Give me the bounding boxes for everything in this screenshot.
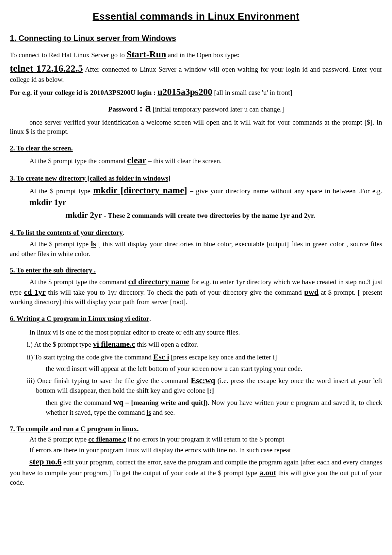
s2-body: At the $ prompt type the command clear –… [10,154,382,166]
s3-line2: mkdir 2yr - These 2 commands will create… [10,209,382,221]
s1-line2: telnet 172.16.22.5 After connected to Li… [10,62,382,84]
s5-body: At the $ prompt type the command cd dire… [10,276,382,307]
text: - These 2 commands will create two direc… [102,212,315,219]
section-2-heading: 2. To clear the screen. [10,144,382,153]
cmd-pwd: pwd [304,288,318,296]
section-4-heading: 4. To list the contents of your director… [10,229,123,236]
text: [all in small case 'u' in front] [212,89,292,96]
section-7-heading: 7. To compile and run a C program in lin… [10,424,382,433]
text: i.) At the $ prompt type [27,340,93,348]
dot: . [149,315,151,322]
text: At the $ prompt type [29,187,93,195]
text: if no errors in your program it will ret… [126,435,285,443]
step-no-6: step no.6 [29,457,61,466]
login-id: u2015a3ps200 [157,87,212,97]
s6-item-ii: ii) To start typing the code give the co… [10,352,382,362]
password-value: a [145,101,151,114]
section-6-heading-row: 6. Writing a C program in Linux using vi… [10,314,382,323]
s1-line4: once server verified your identification… [10,118,382,136]
s7-line2: If errors are there in your program linu… [10,445,382,455]
text: this will open a editor. [135,340,198,348]
text: this will take you to 1yr directory. To … [46,288,304,296]
password-note: [initial temporary password later u can … [151,105,284,113]
section-5-heading: 5. To enter the sub directory . [10,266,382,275]
s4-body: At the $ prompt type ls [ this will disp… [10,238,382,258]
colon-bracket: [:] [207,387,214,394]
s7-line1: At the $ prompt type cc filename.c if no… [10,435,382,444]
cmd-esc-i: Esc i [153,353,169,361]
s3-body: At the $ prompt type mkdir [directory na… [10,184,382,208]
page-title: Essential commands in Linux Environment [10,10,382,23]
text: ii) To start typing the code give the co… [27,353,153,361]
cmd-ls: ls [147,408,151,416]
text: iii) Once finish typing to save the file… [27,377,191,385]
text: [press escape key once and the letter i] [169,353,277,361]
cmd-cc: cc filename.c [88,435,126,443]
section-4-heading-row: 4. To list the contents of your director… [10,228,382,237]
s6-item-iii-sub: then give the command wq – [meaning writ… [10,397,382,417]
text: – give your directory name without any s… [187,187,382,195]
section-6-heading: 6. Writing a C program in Linux using vi… [10,315,149,322]
s6-item-iii: iii) Once finish typing to save the file… [10,375,382,395]
section-3-heading: 3. To create new directory [called as fo… [10,174,382,183]
text: To connect to Red Hat Linux Server go to [10,51,126,59]
text: then give the command [46,399,113,407]
cmd-wq: wq [113,398,123,407]
cmd-start-run: Start-Run [126,49,166,59]
section-1-heading: 1. Connecting to Linux server from Windo… [10,33,382,43]
s7-line3: step no.6 edit your program, correct the… [10,456,382,487]
cmd-clear: clear [127,155,146,165]
text: At the $ prompt type [29,240,91,248]
colon: : [237,51,239,59]
cmd-vi: vi filename.c [93,340,135,348]
cmd-mkdir-1yr: mkdir 1yr [29,198,66,207]
text: For e.g. if your college id is 2010A3PS2… [10,89,157,96]
cmd-aout: a.out [259,468,276,477]
text: – [meaning write and quit]) [123,399,208,407]
cmd-telnet: telnet 172.16.22.5 [10,63,83,74]
text: – this will clear the screen. [146,157,221,165]
text: once server verified your identification… [10,118,382,135]
cmd-mkdir-2yr: mkdir 2yr [65,210,102,220]
cmd-cd-dirname: cd directory name [128,277,189,286]
password-label: Password [108,105,139,113]
text: At the $ prompt type the command [29,157,127,165]
cmd-esc-wq: Esc:wq [191,376,215,385]
dot: . [123,229,124,236]
text: and see. [151,408,175,416]
colon: : [139,103,145,113]
cmd-cd-1yr: cd 1yr [24,288,46,296]
cmd-ls: ls [91,239,96,248]
text: At the $ prompt type the command [29,278,128,286]
text: and in the Open box type [166,51,237,59]
s1-line3: For e.g. if your college id is 2010A3PS2… [10,86,382,98]
cmd-mkdir: mkdir [directory name] [93,185,187,195]
s1-line1: To connect to Red Hat Linux Server go to… [10,48,382,61]
password-line: Password : a [initial temporary password… [10,100,382,116]
s6-item-i: i.) At the $ prompt type vi filename.c t… [10,339,382,349]
text: At the $ prompt type [29,435,88,443]
s6-item-ii-sub: the word insert will appear at the left … [10,364,382,373]
s6-intro: In linux vi is one of the most popular e… [10,328,382,337]
